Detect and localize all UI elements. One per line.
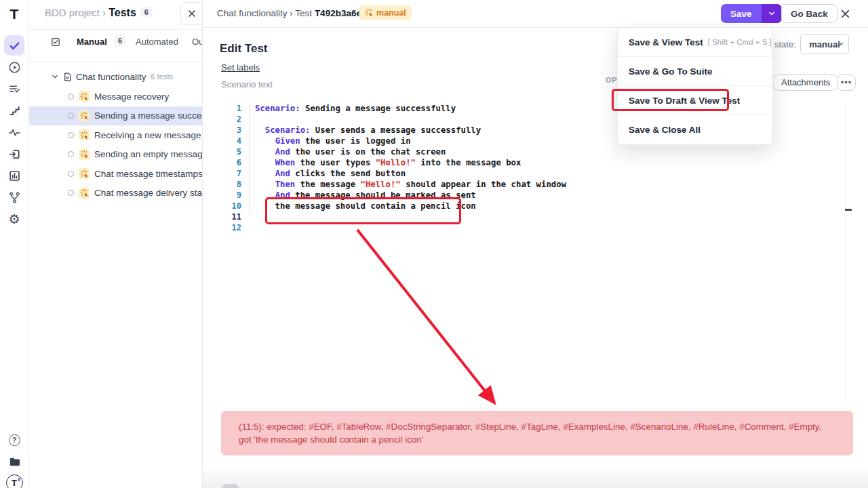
- rail-item-projects[interactable]: [4, 451, 24, 472]
- rail-item-pulse[interactable]: [4, 122, 24, 142]
- tree-suite-row[interactable]: Chat functionality 6 tests: [51, 70, 173, 83]
- icon-rail: T ⚙ ?: [0, 0, 29, 488]
- manual-icon-chip: [79, 188, 90, 199]
- suite-label: Chat functionality: [76, 72, 146, 82]
- test-status-circle: [68, 132, 74, 138]
- code-text: And clicks the send button: [255, 168, 406, 179]
- tab-clipped[interactable]: Out: [192, 37, 203, 47]
- help-icon: ?: [9, 434, 20, 446]
- tree-test-row[interactable]: Receiving a new message: [29, 125, 203, 145]
- editor-border: [846, 103, 846, 401]
- test-status-circle: [68, 94, 74, 100]
- close-panel-tab[interactable]: [180, 2, 203, 25]
- line-number: 1: [220, 103, 241, 114]
- gear-icon: ⚙: [8, 213, 20, 226]
- close-editor-button[interactable]: [840, 9, 850, 19]
- annotation-arrow: [339, 224, 515, 420]
- manual-icon: [80, 169, 89, 178]
- list-check-icon: [8, 83, 21, 96]
- test-label: Message recovery: [94, 92, 169, 102]
- menu-item-label: Save & View Test: [629, 37, 703, 47]
- tree-test-row[interactable]: Chat message delivery stat: [29, 184, 203, 203]
- branch-icon: [8, 191, 21, 204]
- go-back-button[interactable]: Go Back: [781, 4, 837, 23]
- rail-item-settings[interactable]: ⚙: [4, 209, 24, 229]
- tab-manual-count: 6: [114, 35, 126, 46]
- breadcrumb-separator: ›: [290, 8, 293, 18]
- rail-item-branches[interactable]: [4, 187, 24, 207]
- test-status-circle: [68, 113, 74, 119]
- manual-icon: [80, 92, 89, 101]
- breadcrumb-section[interactable]: Tests: [108, 7, 136, 18]
- manual-icon: [365, 8, 374, 17]
- code-text: Scenario: Sending a message successfully: [255, 103, 456, 114]
- manual-icon: [80, 111, 89, 120]
- manual-icon-chip: [79, 91, 90, 102]
- line-number: 2: [220, 114, 241, 125]
- set-labels-link[interactable]: Set labels: [221, 62, 260, 73]
- parser-error-banner: (11:5): expected: #EOF, #TableRow, #DocS…: [221, 411, 853, 455]
- tree-tests: Message recovery Sending a message succe…: [29, 87, 203, 203]
- line-number: 4: [220, 136, 241, 146]
- line-number: 11: [220, 211, 241, 222]
- breadcrumb-suite[interactable]: Chat functionality: [217, 8, 288, 18]
- attachments-button[interactable]: Attachments: [772, 74, 840, 91]
- test-status-circle: [68, 151, 74, 157]
- bottom-fade: [203, 466, 868, 488]
- rail-item-steps[interactable]: [4, 100, 24, 121]
- tree-test-row[interactable]: Sending an empty message: [29, 145, 203, 165]
- suite-meta: 6 tests: [151, 73, 173, 81]
- line-number: 6: [220, 157, 241, 168]
- select-caret-icon: [838, 43, 844, 46]
- tab-automated[interactable]: Automated: [136, 37, 178, 47]
- page-title: Edit Test: [220, 42, 268, 56]
- save-options-menu: Save & View Test[ Shift + Cmd + S ]Save …: [617, 27, 773, 145]
- editor-header: Chat functionality › Test T492b3a6e manu…: [203, 0, 868, 28]
- editor-resize-handle[interactable]: [845, 209, 852, 211]
- state-select[interactable]: manual: [800, 34, 849, 54]
- panel-tabs: Manual6 Automated Out: [29, 35, 203, 54]
- menu-item-save-view-test[interactable]: Save & View Test[ Shift + Cmd + S ]: [618, 28, 772, 57]
- code-text: And the message should be marked as sent: [255, 190, 476, 201]
- line-number: 8: [220, 179, 241, 190]
- tree-test-row[interactable]: Sending a message succes: [29, 106, 203, 126]
- stairs-icon: [8, 104, 21, 117]
- tree-test-row[interactable]: Chat message timestamps: [29, 164, 203, 184]
- app-logo[interactable]: T: [4, 4, 24, 24]
- menu-item-save-go-to-suite[interactable]: Save & Go To Suite: [618, 57, 772, 86]
- manual-icon: [80, 131, 89, 140]
- rail-item-tests[interactable]: [4, 35, 24, 56]
- breadcrumb-separator: ›: [102, 7, 106, 18]
- rail-item-profile[interactable]: T: [4, 472, 24, 488]
- rail-item-runs[interactable]: [4, 57, 24, 77]
- tree-test-row[interactable]: Message recovery: [29, 87, 203, 106]
- code-text: Scenario: User sends a message successfu…: [255, 125, 481, 136]
- chevron-down-icon: [768, 9, 776, 18]
- more-options-button[interactable]: •••: [837, 74, 856, 91]
- rail-item-help[interactable]: ?: [4, 430, 24, 450]
- pulse-icon: [8, 126, 21, 139]
- folder-icon: [8, 455, 21, 468]
- breadcrumb-project[interactable]: BDD project: [45, 7, 100, 18]
- rail-item-test-plans[interactable]: [4, 79, 24, 99]
- line-number: 12: [220, 222, 241, 233]
- code-text: When the user types "Hello!" into the me…: [255, 157, 521, 168]
- state-label: state:: [774, 39, 796, 49]
- menu-item-save-to-draft-view-test[interactable]: Save To Draft & View Test: [618, 86, 772, 115]
- tests-check-icon: [8, 39, 21, 52]
- manual-icon-chip: [79, 110, 90, 121]
- manual-icon-chip: [79, 149, 90, 160]
- line-number: 7: [220, 168, 241, 179]
- menu-item-shortcut: [ Shift + Cmd + S ]: [708, 38, 772, 46]
- rail-item-import[interactable]: [4, 144, 24, 164]
- bottom-button-peek[interactable]: [222, 484, 239, 488]
- test-label: Chat message timestamps: [94, 169, 203, 179]
- menu-item-label: Save To Draft & View Test: [629, 96, 740, 106]
- tab-manual[interactable]: Manual: [77, 37, 107, 47]
- save-button[interactable]: Save: [721, 4, 762, 23]
- close-icon: [840, 9, 850, 19]
- chevron-down-icon[interactable]: [51, 73, 59, 81]
- menu-item-save-close-all[interactable]: Save & Close All: [618, 115, 772, 144]
- save-dropdown-toggle[interactable]: [762, 4, 782, 23]
- rail-item-analytics[interactable]: [4, 165, 24, 186]
